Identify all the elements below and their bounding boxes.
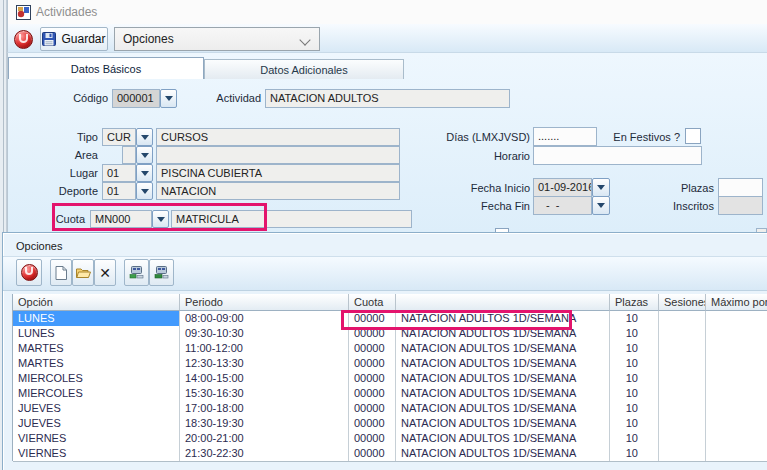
cell-opcion[interactable]: LUNES xyxy=(13,311,180,326)
cell-cuota[interactable]: 00000 xyxy=(349,416,396,431)
cell-periodo[interactable]: 18:30-19:30 xyxy=(180,416,349,431)
cell-periodo[interactable]: 17:00-18:00 xyxy=(180,401,349,416)
cell-cuota[interactable]: 00000 xyxy=(349,401,396,416)
festivos-checkbox[interactable] xyxy=(685,128,701,144)
cell-maximo[interactable] xyxy=(706,356,767,371)
table-row[interactable]: MIERCOLES15:30-16:3000000NATACION ADULTO… xyxy=(13,386,767,401)
cell-desc[interactable]: NATACION ADULTOS 1D/SEMANA xyxy=(396,416,610,431)
cell-plazas[interactable]: 10 xyxy=(610,341,659,356)
cell-desc[interactable]: NATACION ADULTOS 1D/SEMANA xyxy=(396,341,610,356)
exit-button[interactable] xyxy=(12,28,34,50)
cell-cuota[interactable]: 00000 xyxy=(349,371,396,386)
options-dropdown[interactable]: Opciones xyxy=(114,27,320,51)
cell-maximo[interactable] xyxy=(706,401,767,416)
panel-terminal-button-2[interactable] xyxy=(149,259,174,286)
area-combo-value[interactable] xyxy=(122,146,136,164)
horario-input[interactable] xyxy=(533,146,702,165)
cell-periodo[interactable]: 20:00-21:00 xyxy=(180,431,349,446)
column-header-plazas[interactable]: Plazas xyxy=(610,294,659,311)
cell-desc[interactable]: NATACION ADULTOS 1D/SEMANA xyxy=(396,446,610,461)
deporte-combo-value[interactable]: 01 xyxy=(102,182,136,200)
cell-plazas[interactable]: 10 xyxy=(610,416,659,431)
cell-opcion[interactable]: VIERNES xyxy=(13,431,180,446)
cell-desc[interactable]: NATACION ADULTOS 1D/SEMANA xyxy=(396,371,610,386)
cell-periodo[interactable]: 09:30-10:30 xyxy=(180,326,349,341)
cell-periodo[interactable]: 08:00-09:00 xyxy=(180,311,349,326)
fecha-inicio-combo-arrow[interactable] xyxy=(592,178,610,197)
cell-cuota[interactable]: 00000 xyxy=(349,311,396,326)
cell-desc[interactable]: NATACION ADULTOS 1D/SEMANA xyxy=(396,311,610,326)
cell-sesiones[interactable] xyxy=(659,371,706,386)
cell-periodo[interactable]: 11:00-12:00 xyxy=(180,341,349,356)
cell-plazas[interactable]: 10 xyxy=(610,431,659,446)
cell-maximo[interactable] xyxy=(706,311,767,326)
cuota-combo-arrow[interactable] xyxy=(152,210,169,228)
cell-sesiones[interactable] xyxy=(659,416,706,431)
cell-maximo[interactable] xyxy=(706,386,767,401)
cell-sesiones[interactable] xyxy=(659,446,706,461)
column-header-opcion[interactable]: Opción xyxy=(13,294,180,311)
cell-sesiones[interactable] xyxy=(659,431,706,446)
actividad-input[interactable]: NATACION ADULTOS xyxy=(265,89,510,108)
cell-periodo[interactable]: 21:30-22:30 xyxy=(180,446,349,461)
plazas-input[interactable] xyxy=(718,178,763,197)
cell-opcion[interactable]: MIERCOLES xyxy=(13,386,180,401)
cell-sesiones[interactable] xyxy=(659,341,706,356)
cell-plazas[interactable]: 10 xyxy=(610,356,659,371)
codigo-combo-value[interactable]: 000001 xyxy=(112,89,160,108)
cell-maximo[interactable] xyxy=(706,446,767,461)
table-row[interactable]: VIERNES20:00-21:0000000NATACION ADULTOS … xyxy=(13,431,767,446)
cell-maximo[interactable] xyxy=(706,416,767,431)
panel-new-button[interactable] xyxy=(50,259,72,286)
cell-plazas[interactable]: 10 xyxy=(610,326,659,341)
tipo-combo-value[interactable]: CUR xyxy=(102,128,136,146)
column-header-sesiones[interactable]: Sesiones xyxy=(659,294,706,311)
cell-plazas[interactable]: 10 xyxy=(610,386,659,401)
cuota-combo-value[interactable]: MN000 xyxy=(90,210,152,228)
cell-sesiones[interactable] xyxy=(659,356,706,371)
table-row[interactable]: JUEVES17:00-18:0000000NATACION ADULTOS 1… xyxy=(13,401,767,416)
table-row[interactable]: MARTES11:00-12:0000000NATACION ADULTOS 1… xyxy=(13,341,767,356)
cell-maximo[interactable] xyxy=(706,431,767,446)
column-header-desc[interactable] xyxy=(396,294,610,311)
deporte-combo-arrow[interactable] xyxy=(136,182,153,200)
table-row[interactable]: JUEVES18:30-19:3000000NATACION ADULTOS 1… xyxy=(13,416,767,431)
fecha-fin-combo-value[interactable]: - - xyxy=(533,196,592,215)
lugar-combo-arrow[interactable] xyxy=(136,164,153,182)
cell-cuota[interactable]: 00000 xyxy=(349,341,396,356)
cell-desc[interactable]: NATACION ADULTOS 1D/SEMANA xyxy=(396,326,610,341)
cell-opcion[interactable]: MARTES xyxy=(13,356,180,371)
tab-datos-adicionales[interactable]: Datos Adicionales xyxy=(204,59,404,79)
cell-opcion[interactable]: JUEVES xyxy=(13,401,180,416)
cell-desc[interactable]: NATACION ADULTOS 1D/SEMANA xyxy=(396,386,610,401)
cell-periodo[interactable]: 12:30-13:30 xyxy=(180,356,349,371)
cell-opcion[interactable]: MARTES xyxy=(13,341,180,356)
panel-delete-button[interactable]: ✕ xyxy=(94,259,116,286)
cell-cuota[interactable]: 00000 xyxy=(349,446,396,461)
cell-plazas[interactable]: 10 xyxy=(610,446,659,461)
panel-terminal-button-1[interactable] xyxy=(124,259,149,286)
column-header-cuota[interactable]: Cuota xyxy=(349,294,396,311)
cell-sesiones[interactable] xyxy=(659,326,706,341)
save-button[interactable]: Guardar xyxy=(40,27,108,51)
panel-open-button[interactable] xyxy=(72,259,94,286)
cell-sesiones[interactable] xyxy=(659,401,706,416)
table-row[interactable]: MIERCOLES14:00-15:0000000NATACION ADULTO… xyxy=(13,371,767,386)
tab-datos-basicos[interactable]: Datos Básicos xyxy=(8,57,204,79)
cell-cuota[interactable]: 00000 xyxy=(349,326,396,341)
tipo-combo-arrow[interactable] xyxy=(136,128,153,146)
area-combo-arrow[interactable] xyxy=(136,146,153,164)
column-header-periodo[interactable]: Periodo xyxy=(180,294,349,311)
cell-opcion[interactable]: LUNES xyxy=(13,326,180,341)
cell-maximo[interactable] xyxy=(706,371,767,386)
cell-periodo[interactable]: 15:30-16:30 xyxy=(180,386,349,401)
cell-sesiones[interactable] xyxy=(659,386,706,401)
table-row[interactable]: VIERNES21:30-22:3000000NATACION ADULTOS … xyxy=(13,446,767,462)
table-row[interactable]: LUNES08:00-09:0000000NATACION ADULTOS 1D… xyxy=(13,311,767,326)
codigo-combo-arrow[interactable] xyxy=(160,89,177,108)
table-row[interactable]: LUNES09:30-10:3000000NATACION ADULTOS 1D… xyxy=(13,326,767,341)
cell-plazas[interactable]: 10 xyxy=(610,311,659,326)
cell-plazas[interactable]: 10 xyxy=(610,371,659,386)
column-header-maximo[interactable]: Máximo por xyxy=(706,294,767,311)
cell-opcion[interactable]: VIERNES xyxy=(13,446,180,461)
